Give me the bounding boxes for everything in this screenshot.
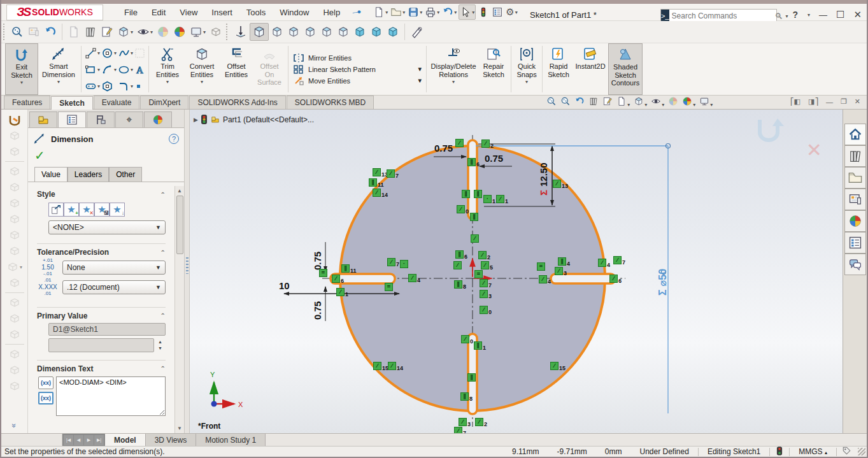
view-settings-button2[interactable]: ▾ [699, 96, 713, 109]
tab-solidworks-mbd[interactable]: SOLIDWORKS MBD [287, 96, 374, 109]
cancel-sketch-corner-icon[interactable]: ✕ [806, 139, 822, 161]
feature-tool-10[interactable]: ▾ [6, 259, 23, 275]
view-palette-button[interactable] [844, 189, 866, 210]
rebuild-button[interactable] [477, 5, 490, 19]
bottom-slot[interactable] [468, 334, 477, 414]
maximize-button[interactable]: ☐ [836, 9, 844, 20]
display-style-button2[interactable]: ▾ [651, 96, 664, 109]
repair-sketch-button[interactable]: Repair Sketch [478, 43, 509, 95]
hide-show-items-button[interactable] [668, 96, 678, 109]
spline-tool-button[interactable]: ▾ [118, 47, 133, 59]
base-flange-tool[interactable] [6, 112, 23, 127]
tab-evaluate[interactable]: Evaluate [94, 96, 140, 109]
hide-show-button[interactable] [155, 24, 171, 39]
feature-tool-4[interactable] [6, 164, 23, 179]
view-orientation-button[interactable]: ▾ [115, 24, 135, 39]
display-style-button[interactable]: ▾ [135, 24, 155, 39]
move-flyout-icon[interactable]: ▾ [418, 76, 422, 85]
trim-entities-button[interactable]: Trim Entities ▾ [151, 43, 184, 95]
relations-flyout-icon[interactable]: ▾ [452, 79, 455, 85]
pane-right-icon[interactable]: ◨⎤ [808, 97, 818, 106]
tab-model[interactable]: Model [105, 434, 146, 446]
smart-dimension-flyout-icon[interactable]: ▾ [57, 79, 60, 85]
normal-to-button[interactable] [232, 24, 250, 40]
pin-menu-icon[interactable]: 📍︎ [350, 5, 364, 18]
tab-solidworks-add-ins[interactable]: SOLIDWORKS Add-Ins [189, 96, 285, 109]
collapse-chevron-icon[interactable]: ⌃ [160, 312, 166, 319]
save-style-button[interactable]: ★🖫︎ [94, 203, 110, 217]
feature-tool-11[interactable] [6, 275, 23, 290]
feature-tool-16[interactable] [6, 362, 23, 378]
property-help-icon[interactable]: ? [169, 134, 179, 144]
collapse-chevron-icon[interactable]: ⌃ [160, 249, 166, 256]
featuremanager-tree-tab[interactable] [29, 111, 57, 127]
top-slot[interactable] [468, 140, 477, 219]
front-view-button[interactable] [250, 23, 269, 41]
minimize-button[interactable]: — [819, 10, 827, 20]
tolerance-type-dropdown[interactable]: None ▼ [62, 261, 166, 275]
appearances-scenes-button[interactable] [844, 210, 866, 232]
feature-tool-5[interactable] [6, 180, 23, 195]
appearances-button[interactable] [171, 24, 188, 39]
close-button[interactable]: ✕ [853, 9, 862, 20]
dimension-text-style-button[interactable]: (xx) [38, 392, 53, 404]
right-view-button[interactable] [302, 24, 318, 39]
print-button[interactable]: ▾ [424, 5, 440, 19]
menu-window[interactable]: Window [273, 6, 316, 19]
circle-tool-button[interactable]: ▾ [101, 47, 117, 59]
menu-edit[interactable]: Edit [145, 6, 173, 19]
right-slot[interactable] [551, 274, 615, 283]
view-settings-button[interactable]: ▾ [188, 24, 208, 39]
dimxpertmanager-tab[interactable]: ⌖ [115, 111, 143, 127]
scroll-next-icon[interactable]: ▶ [84, 435, 94, 445]
collapse-chevron-icon[interactable]: ⌃ [160, 191, 166, 198]
menu-file[interactable]: File [117, 6, 145, 19]
dim-075-left-top[interactable]: 0.75 [312, 242, 325, 271]
bottom-view-button[interactable] [335, 24, 352, 39]
displaymanager-tab[interactable] [144, 111, 172, 127]
viewport-close-button[interactable]: ✕ [855, 97, 860, 106]
zoom-area-button2[interactable] [560, 96, 571, 109]
tab-motion-study-1[interactable]: Motion Study 1 [196, 434, 266, 446]
rapid-sketch-button[interactable]: Rapid Sketch [544, 43, 573, 95]
viewport-restore-button[interactable]: ❐ [841, 97, 847, 106]
point-tool-button[interactable] [134, 82, 145, 90]
instant2d-button[interactable]: Instant2D [573, 43, 608, 95]
feature-tool-17[interactable] [6, 378, 23, 394]
linear-pattern-flyout-icon[interactable]: ▾ [418, 65, 422, 73]
delete-style-button[interactable]: ★✕ [79, 203, 94, 217]
feature-tool-3[interactable] [6, 144, 23, 159]
trimetric-view-button[interactable] [368, 24, 385, 39]
design-library-button[interactable] [844, 145, 866, 167]
help-icon[interactable]: ? [792, 10, 798, 20]
feature-tool-14[interactable] [6, 327, 23, 342]
scroll-prev-icon[interactable]: ◀ [74, 435, 83, 445]
ok-check-icon[interactable]: ✓ [28, 148, 184, 167]
rectangle-tool-button[interactable]: ▾ [85, 64, 100, 76]
isometric-view-button[interactable] [352, 24, 368, 39]
sketch-page-button2[interactable]: ▾ [616, 96, 630, 109]
feature-tool-2[interactable] [6, 128, 23, 143]
section-view-button[interactable] [82, 24, 99, 39]
dynamic-annotation-button[interactable] [602, 96, 613, 109]
view-orientation-button2[interactable]: ▾ [634, 96, 647, 109]
collapse-chevron-icon[interactable]: ⌃ [160, 365, 166, 372]
add-parenthesis-button[interactable]: (xx) [38, 376, 53, 389]
convert-entities-button[interactable]: Convert Entities ▾ [184, 43, 220, 95]
convert-flyout-icon[interactable]: ▾ [201, 79, 203, 85]
exit-sketch-corner-icon[interactable] [755, 116, 792, 149]
section-view-button2[interactable] [588, 96, 599, 109]
smart-dimension-button[interactable]: Smart Dimension ▾ [38, 43, 79, 95]
text-tool-button[interactable]: A [134, 64, 145, 75]
save-button[interactable]: ▾ [407, 5, 423, 19]
panel-splitter[interactable] [185, 110, 190, 433]
tab-3d-views[interactable]: 3D Views [146, 434, 196, 446]
scroll-first-icon[interactable]: |◀ [64, 435, 73, 445]
scroll-up-icon[interactable]: ▲ [177, 186, 182, 196]
help-dropdown-icon[interactable]: ▾ [808, 12, 810, 18]
previous-view-button[interactable] [574, 96, 585, 109]
slot-tool-button[interactable]: ▾ [85, 80, 100, 92]
tab-other[interactable]: Other [109, 167, 142, 182]
feature-tool-12[interactable] [6, 295, 23, 310]
custom-properties-button[interactable] [844, 232, 866, 254]
